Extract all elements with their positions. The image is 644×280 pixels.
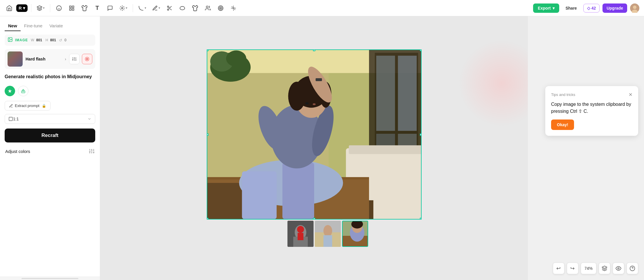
face-tool-button[interactable] — [54, 3, 64, 13]
tab-variate[interactable]: Variate — [46, 21, 66, 31]
image-height-value: 801 — [50, 38, 56, 42]
handle-top-right[interactable] — [420, 49, 422, 51]
target-tool-button[interactable] — [215, 3, 226, 13]
eye-button[interactable] — [613, 263, 624, 274]
handle-bottom-right[interactable] — [420, 218, 422, 220]
svg-point-7 — [121, 7, 123, 9]
svg-point-29 — [9, 38, 10, 39]
thumbnail-2[interactable] — [315, 221, 341, 247]
tips-card: Tips and tricks ✕ Copy image to the syst… — [545, 86, 638, 136]
layers-button[interactable] — [599, 263, 610, 274]
text-tool-button[interactable]: T — [92, 3, 102, 13]
tab-new[interactable]: New — [5, 21, 21, 31]
upgrade-button[interactable]: Upgrade — [602, 3, 627, 13]
svg-rect-75 — [369, 200, 373, 219]
pencil-tool-button[interactable]: ▾ — [150, 3, 162, 13]
svg-point-9 — [167, 9, 169, 10]
handle-bottom-left[interactable] — [207, 218, 208, 220]
right-panel: Tips and tricks ✕ Copy image to the syst… — [528, 16, 644, 280]
credits-button[interactable]: ◇ 42 — [583, 4, 600, 13]
eye-icon — [616, 265, 621, 271]
extract-prompt-button[interactable]: Extract prompt 🔒 — [5, 101, 51, 110]
adjust-colors-icon[interactable] — [89, 148, 95, 154]
style-navigate-icon[interactable]: › — [65, 57, 66, 61]
generate-tool-button[interactable]: ▾ — [118, 3, 129, 13]
prompt-text: Generate realistic photos in Midjourney — [5, 72, 95, 81]
tips-okay-button[interactable]: Okay! — [551, 120, 574, 130]
svg-point-43 — [87, 59, 88, 60]
robot-icon-button[interactable] — [18, 86, 28, 96]
user-avatar[interactable] — [630, 3, 639, 13]
home-button[interactable] — [5, 3, 14, 13]
svg-point-41 — [87, 58, 88, 59]
handle-top-mid[interactable] — [313, 49, 315, 51]
help-button[interactable] — [627, 263, 638, 274]
style-palette-button[interactable] — [82, 54, 92, 64]
handle-mid-left[interactable] — [207, 133, 208, 136]
svg-point-8 — [167, 6, 169, 7]
svg-line-20 — [232, 6, 232, 7]
recraft-button[interactable]: Recraft — [5, 129, 95, 142]
svg-line-12 — [169, 7, 170, 8]
svg-rect-77 — [242, 171, 276, 219]
vector-tool-button[interactable]: ▾ — [35, 3, 46, 13]
style-adjust-button[interactable] — [69, 54, 80, 64]
oval-tool-button[interactable] — [177, 3, 188, 13]
rotate-icon: ↺ — [59, 38, 62, 42]
svg-point-16 — [219, 7, 222, 10]
handle-mid-right[interactable] — [420, 133, 422, 136]
decorative-glow — [458, 40, 528, 127]
export-caret-icon: ▾ — [553, 6, 555, 10]
svg-rect-3 — [69, 6, 71, 8]
svg-point-13 — [180, 6, 185, 10]
svg-rect-66 — [376, 56, 395, 131]
main-layout: New Fine-tune Variate IMAGE W 801 H — [0, 16, 644, 280]
brand-button[interactable]: R ▾ — [16, 4, 28, 12]
handle-bottom-mid[interactable] — [313, 218, 315, 220]
style-card: Hard flash › — [5, 49, 95, 69]
scissors-tool-button[interactable] — [164, 3, 175, 13]
style-thumbnail[interactable] — [8, 51, 23, 67]
svg-rect-4 — [72, 6, 74, 8]
ratio-value: 1:1 — [13, 117, 19, 121]
export-button[interactable]: Export ▾ — [533, 3, 559, 13]
main-canvas-image[interactable] — [207, 49, 422, 220]
redo-button[interactable]: ↪ — [567, 263, 578, 274]
image-width-value: 801 — [36, 38, 42, 42]
ratio-row[interactable]: 1:1 — [5, 114, 95, 124]
image-icon — [8, 37, 13, 43]
ai-generate-icon-button[interactable] — [5, 86, 15, 96]
style-thumbnail-image — [8, 51, 23, 67]
zoom-level[interactable]: 74% — [581, 263, 596, 274]
thumbnail-3[interactable] — [342, 221, 368, 247]
shirt2-tool-button[interactable] — [190, 3, 200, 13]
undo-button[interactable]: ↩ — [553, 263, 564, 274]
tab-finetune[interactable]: Fine-tune — [21, 21, 46, 31]
svg-rect-87 — [315, 78, 322, 81]
wand-tool-button[interactable] — [228, 3, 239, 13]
share-button[interactable]: Share — [562, 3, 580, 13]
svg-point-93 — [297, 226, 304, 233]
ratio-expand-icon — [87, 117, 91, 121]
svg-point-97 — [323, 225, 332, 237]
thumbnail-strip — [260, 221, 368, 247]
credits-count: 42 — [591, 6, 596, 10]
layout-tool-button[interactable] — [66, 3, 77, 13]
tips-title: Tips and tricks — [551, 92, 575, 97]
tips-close-button[interactable]: ✕ — [629, 92, 632, 97]
image-info-bar: IMAGE W 801 H 801 ↺ 0 — [5, 35, 95, 46]
chat-tool-button[interactable] — [105, 3, 115, 13]
people-tool-button[interactable] — [203, 3, 213, 13]
svg-marker-104 — [602, 266, 607, 268]
canvas-area[interactable] — [100, 16, 528, 280]
svg-point-42 — [86, 59, 87, 60]
shirt-tool-button[interactable] — [79, 3, 90, 13]
curve-tool-button[interactable]: ▾ — [136, 3, 148, 13]
thumbnail-1[interactable] — [287, 221, 314, 247]
extract-prompt-label: Extract prompt — [15, 104, 39, 108]
handle-top-left[interactable] — [207, 49, 208, 51]
image-width-label: W 801 — [30, 38, 43, 42]
canvas-image-svg — [207, 49, 421, 220]
panel-scrollbar-horizontal[interactable] — [0, 277, 100, 280]
panel-content: IMAGE W 801 H 801 ↺ 0 Hard flash — [0, 31, 100, 277]
